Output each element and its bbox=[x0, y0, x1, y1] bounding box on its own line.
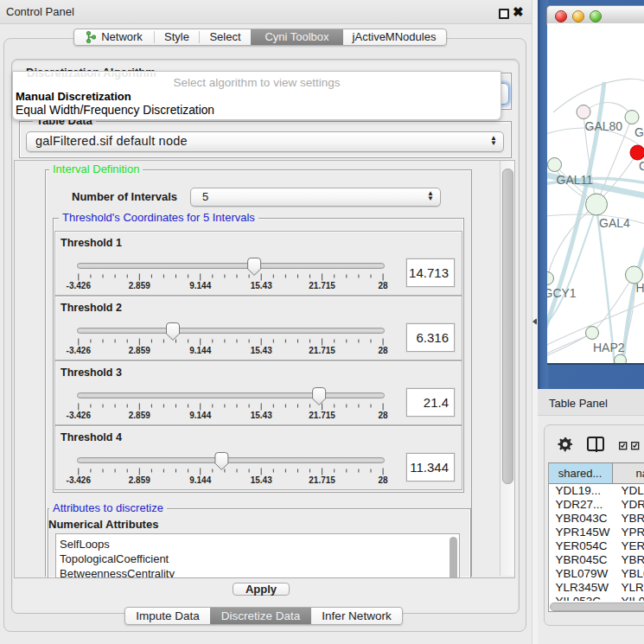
svg-text:2.859: 2.859 bbox=[129, 346, 150, 355]
svg-text:15.43: 15.43 bbox=[251, 475, 272, 485]
svg-text:21.715: 21.715 bbox=[309, 475, 335, 485]
svg-text:28: 28 bbox=[379, 411, 389, 420]
svg-text:21.715: 21.715 bbox=[309, 411, 335, 420]
svg-text:-3.426: -3.426 bbox=[67, 411, 92, 420]
svg-text:HAP2: HAP2 bbox=[593, 341, 625, 354]
svg-text:-3.426: -3.426 bbox=[67, 346, 92, 355]
svg-text:9.144: 9.144 bbox=[189, 475, 211, 485]
svg-text:2.859: 2.859 bbox=[129, 475, 150, 485]
svg-text:21.715: 21.715 bbox=[309, 346, 335, 355]
svg-text:GA: GA bbox=[634, 125, 644, 139]
svg-text:15.43: 15.43 bbox=[251, 346, 272, 355]
svg-text:28: 28 bbox=[379, 346, 389, 355]
svg-text:15.43: 15.43 bbox=[251, 281, 272, 290]
svg-text:GAL80: GAL80 bbox=[585, 119, 623, 133]
svg-text:-3.426: -3.426 bbox=[67, 475, 92, 485]
svg-text:GCY1: GCY1 bbox=[547, 286, 577, 300]
svg-text:9.144: 9.144 bbox=[189, 346, 211, 355]
svg-text:9.144: 9.144 bbox=[189, 411, 211, 420]
svg-text:15.43: 15.43 bbox=[251, 411, 272, 420]
svg-text:GAL4: GAL4 bbox=[599, 216, 630, 230]
svg-text:-3.426: -3.426 bbox=[67, 281, 92, 290]
svg-text:2.859: 2.859 bbox=[129, 411, 150, 420]
svg-text:G: G bbox=[639, 159, 644, 173]
svg-text:GAL11: GAL11 bbox=[557, 173, 594, 187]
svg-text:HA: HA bbox=[636, 281, 644, 295]
svg-text:28: 28 bbox=[379, 475, 389, 485]
svg-text:28: 28 bbox=[379, 281, 389, 290]
svg-text:21.715: 21.715 bbox=[309, 281, 335, 290]
svg-text:9.144: 9.144 bbox=[189, 281, 211, 290]
svg-text:2.859: 2.859 bbox=[129, 281, 150, 290]
